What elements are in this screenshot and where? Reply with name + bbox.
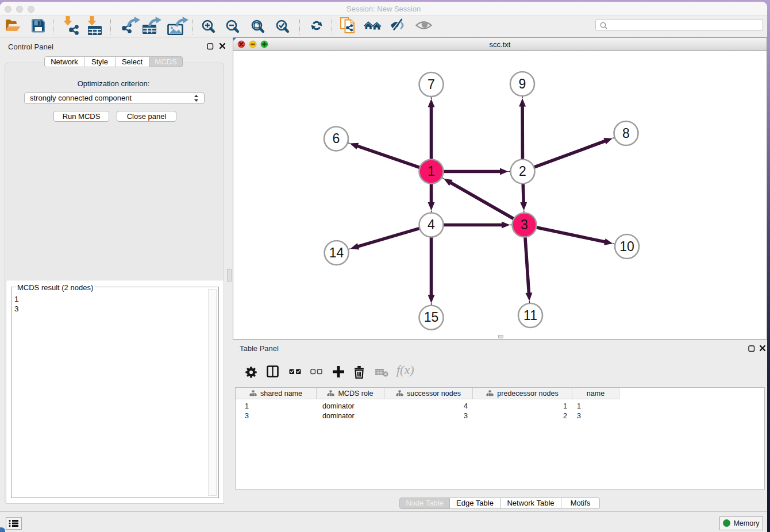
svg-text:7: 7 — [428, 77, 435, 92]
svg-text:8: 8 — [622, 126, 630, 141]
svg-text:14: 14 — [329, 245, 344, 260]
svg-text:1: 1 — [428, 164, 435, 179]
svg-text:3: 3 — [521, 217, 528, 232]
svg-text:9: 9 — [519, 76, 526, 91]
svg-text:10: 10 — [619, 239, 634, 254]
svg-text:2: 2 — [519, 164, 526, 179]
svg-text:4: 4 — [428, 217, 435, 232]
svg-text:11: 11 — [523, 308, 537, 323]
svg-text:6: 6 — [333, 131, 340, 146]
svg-text:15: 15 — [424, 310, 439, 325]
